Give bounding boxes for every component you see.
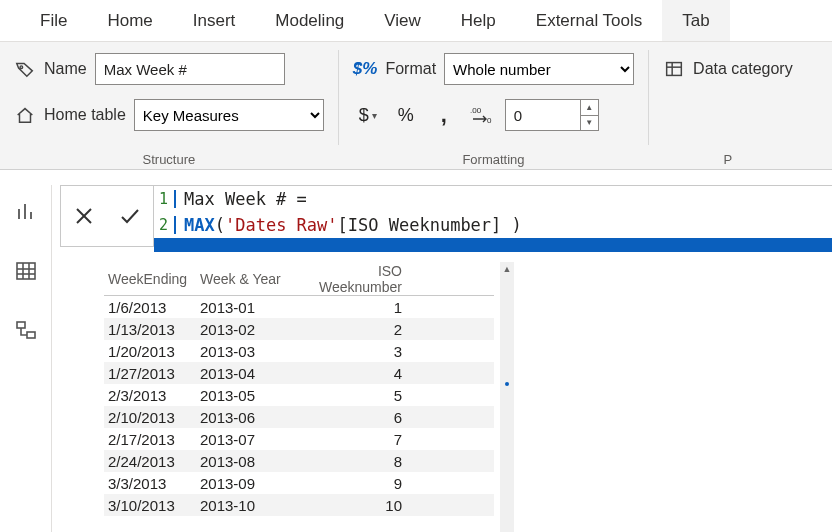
formula-line-1: Max Week # = bbox=[176, 189, 307, 209]
cell-iso: 10 bbox=[292, 497, 410, 514]
properties-group-label: P bbox=[663, 152, 793, 169]
preview-table: WeekEnding Week & Year ISO Weeknumber 1/… bbox=[104, 262, 514, 532]
category-icon bbox=[663, 58, 685, 80]
table-row[interactable]: 3/10/20132013-1010 bbox=[104, 494, 494, 516]
decimal-up[interactable]: ▲ bbox=[581, 100, 598, 116]
cell-weekending: 3/3/2013 bbox=[108, 475, 200, 492]
menu-tab-partial[interactable]: Tab bbox=[662, 0, 729, 41]
svg-point-0 bbox=[20, 66, 23, 69]
thousands-button[interactable]: , bbox=[429, 99, 459, 131]
cell-iso: 4 bbox=[292, 365, 410, 382]
menu-view[interactable]: View bbox=[364, 0, 441, 41]
ribbon: Name Max Week # Home table Key Measures … bbox=[0, 42, 832, 170]
cell-weekyear: 2013-10 bbox=[200, 497, 292, 514]
home-icon bbox=[14, 104, 36, 126]
model-view-button[interactable] bbox=[10, 315, 42, 347]
col-weekending[interactable]: WeekEnding bbox=[108, 271, 200, 287]
table-row[interactable]: 3/3/20132013-099 bbox=[104, 472, 494, 494]
data-category-label: Data category bbox=[693, 60, 793, 78]
data-view-button[interactable] bbox=[10, 255, 42, 287]
home-table-select[interactable]: Key Measures bbox=[134, 99, 324, 131]
cell-weekyear: 2013-06 bbox=[200, 409, 292, 426]
ribbon-group-formatting: $% Format Whole number $▾ % , .000 0 ▲ ▼ bbox=[339, 42, 648, 169]
cell-weekyear: 2013-07 bbox=[200, 431, 292, 448]
menu-insert[interactable]: Insert bbox=[173, 0, 256, 41]
svg-text:0: 0 bbox=[487, 116, 492, 125]
decimal-places-value: 0 bbox=[506, 107, 580, 124]
decimal-places-button[interactable]: .000 bbox=[467, 99, 497, 131]
measure-name-input[interactable]: Max Week # bbox=[95, 53, 285, 85]
cell-weekending: 2/24/2013 bbox=[108, 453, 200, 470]
table-row[interactable]: 2/24/20132013-088 bbox=[104, 450, 494, 472]
decimal-places-input[interactable]: 0 ▲ ▼ bbox=[505, 99, 599, 131]
home-table-label: Home table bbox=[44, 106, 126, 124]
cell-iso: 2 bbox=[292, 321, 410, 338]
formatting-group-label: Formatting bbox=[353, 152, 634, 169]
tag-icon bbox=[14, 58, 36, 80]
cell-iso: 7 bbox=[292, 431, 410, 448]
format-icon: $% bbox=[353, 59, 378, 79]
commit-formula-button[interactable] bbox=[107, 186, 153, 246]
currency-button[interactable]: $▾ bbox=[353, 99, 383, 131]
line-number: 1 bbox=[154, 190, 176, 208]
menu-bar: File Home Insert Modeling View Help Exte… bbox=[0, 0, 832, 42]
cancel-formula-button[interactable] bbox=[61, 186, 107, 246]
menu-home[interactable]: Home bbox=[87, 0, 172, 41]
cell-weekending: 1/13/2013 bbox=[108, 321, 200, 338]
structure-group-label: Structure bbox=[14, 152, 324, 169]
svg-rect-14 bbox=[17, 322, 25, 328]
percent-button[interactable]: % bbox=[391, 99, 421, 131]
table-row[interactable]: 1/27/20132013-044 bbox=[104, 362, 494, 384]
table-scrollbar[interactable]: ▲ bbox=[500, 262, 514, 532]
svg-rect-15 bbox=[27, 332, 35, 338]
name-label: Name bbox=[44, 60, 87, 78]
table-row[interactable]: 2/3/20132013-055 bbox=[104, 384, 494, 406]
cell-iso: 8 bbox=[292, 453, 410, 470]
line-number: 2 bbox=[154, 216, 176, 234]
menu-help[interactable]: Help bbox=[441, 0, 516, 41]
cell-weekyear: 2013-03 bbox=[200, 343, 292, 360]
cell-weekyear: 2013-05 bbox=[200, 387, 292, 404]
svg-rect-3 bbox=[667, 63, 682, 76]
table-row[interactable]: 2/17/20132013-077 bbox=[104, 428, 494, 450]
col-iso-weeknumber[interactable]: ISO Weeknumber bbox=[292, 263, 410, 295]
cell-weekending: 3/10/2013 bbox=[108, 497, 200, 514]
scroll-up[interactable]: ▲ bbox=[500, 262, 514, 276]
cell-iso: 1 bbox=[292, 299, 410, 316]
menu-external-tools[interactable]: External Tools bbox=[516, 0, 662, 41]
cell-weekending: 2/17/2013 bbox=[108, 431, 200, 448]
table-row[interactable]: 1/13/20132013-022 bbox=[104, 318, 494, 340]
cell-weekyear: 2013-01 bbox=[200, 299, 292, 316]
menu-file[interactable]: File bbox=[20, 0, 87, 41]
ribbon-group-structure: Name Max Week # Home table Key Measures … bbox=[0, 42, 338, 169]
cell-iso: 6 bbox=[292, 409, 410, 426]
cell-weekending: 1/27/2013 bbox=[108, 365, 200, 382]
cell-weekending: 1/20/2013 bbox=[108, 343, 200, 360]
cell-weekyear: 2013-08 bbox=[200, 453, 292, 470]
format-select[interactable]: Whole number bbox=[444, 53, 634, 85]
svg-text:.00: .00 bbox=[470, 106, 482, 115]
table-row[interactable]: 1/6/20132013-011 bbox=[104, 296, 494, 318]
cell-weekyear: 2013-04 bbox=[200, 365, 292, 382]
cell-iso: 3 bbox=[292, 343, 410, 360]
report-view-button[interactable] bbox=[10, 195, 42, 227]
table-header: WeekEnding Week & Year ISO Weeknumber bbox=[104, 262, 494, 296]
dax-editor[interactable]: 1 Max Week # = 2 MAX('Dates Raw'[ISO Wee… bbox=[154, 185, 832, 252]
formula-line-2: MAX('Dates Raw'[ISO Weeknumber] ) bbox=[176, 215, 522, 235]
table-row[interactable]: 2/10/20132013-066 bbox=[104, 406, 494, 428]
svg-rect-9 bbox=[17, 263, 35, 279]
cell-weekyear: 2013-02 bbox=[200, 321, 292, 338]
editor-border bbox=[154, 238, 832, 252]
format-label: Format bbox=[385, 60, 436, 78]
cell-iso: 5 bbox=[292, 387, 410, 404]
col-weekyear[interactable]: Week & Year bbox=[200, 271, 292, 287]
menu-modeling[interactable]: Modeling bbox=[255, 0, 364, 41]
cell-weekending: 2/3/2013 bbox=[108, 387, 200, 404]
scroll-indicator bbox=[505, 382, 509, 386]
table-row[interactable]: 1/20/20132013-033 bbox=[104, 340, 494, 362]
ribbon-group-properties: Data category P bbox=[649, 42, 807, 169]
cell-weekyear: 2013-09 bbox=[200, 475, 292, 492]
cell-weekending: 1/6/2013 bbox=[108, 299, 200, 316]
decimal-down[interactable]: ▼ bbox=[581, 116, 598, 131]
cell-weekending: 2/10/2013 bbox=[108, 409, 200, 426]
